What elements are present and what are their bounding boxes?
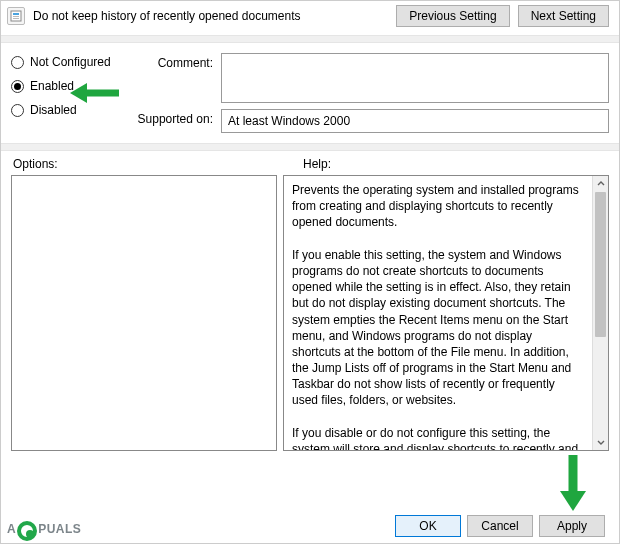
radio-label: Enabled [30,79,74,93]
help-text: Prevents the operating system and instal… [284,176,592,450]
chevron-up-icon [597,180,605,188]
annotation-arrow-apply [556,453,590,513]
radio-icon [11,104,24,117]
options-label: Options: [13,157,283,171]
watermark-post: PUALS [38,522,81,536]
supported-on-label: Supported on: [133,109,213,126]
help-label: Help: [303,157,609,171]
header-row: Do not keep history of recently opened d… [1,1,619,33]
radio-group: Not Configured Enabled Disabled [11,53,121,133]
scroll-down-button[interactable] [593,434,608,450]
scroll-track[interactable] [593,192,608,434]
supported-on-value: At least Windows 2000 [221,109,609,133]
help-panel: Prevents the operating system and instal… [283,175,609,451]
page-title: Do not keep history of recently opened d… [33,9,301,23]
dialog-buttons: OK Cancel Apply [395,515,605,537]
watermark-logo: A PUALS [7,519,81,539]
previous-setting-button[interactable]: Previous Setting [396,5,509,27]
ok-button[interactable]: OK [395,515,461,537]
panels: Prevents the operating system and instal… [1,173,619,455]
mid-labels: Options: Help: [1,153,619,173]
scrollbar[interactable] [592,176,608,450]
radio-enabled[interactable]: Enabled [11,79,121,93]
comment-label: Comment: [133,53,213,70]
radio-icon [11,56,24,69]
divider [1,143,619,151]
apply-button[interactable]: Apply [539,515,605,537]
scroll-thumb[interactable] [595,192,606,337]
next-setting-button[interactable]: Next Setting [518,5,609,27]
radio-disabled[interactable]: Disabled [11,103,121,117]
policy-icon [7,7,25,25]
divider [1,35,619,43]
radio-icon [11,80,24,93]
chevron-down-icon [597,438,605,446]
options-panel [11,175,277,451]
svg-rect-2 [13,16,19,17]
supported-row: Supported on: At least Windows 2000 [133,109,609,133]
radio-label: Disabled [30,103,77,117]
radio-label: Not Configured [30,55,111,69]
radio-not-configured[interactable]: Not Configured [11,55,121,69]
svg-rect-3 [13,18,19,19]
scroll-up-button[interactable] [593,176,608,192]
watermark-pre: A [7,522,16,536]
cancel-button[interactable]: Cancel [467,515,533,537]
fields: Comment: Supported on: At least Windows … [133,53,609,133]
comment-row: Comment: [133,53,609,103]
watermark-o-icon [17,521,37,541]
svg-rect-1 [13,13,19,15]
comment-input[interactable] [221,53,609,103]
policy-state-section: Not Configured Enabled Disabled Comment:… [1,45,619,141]
